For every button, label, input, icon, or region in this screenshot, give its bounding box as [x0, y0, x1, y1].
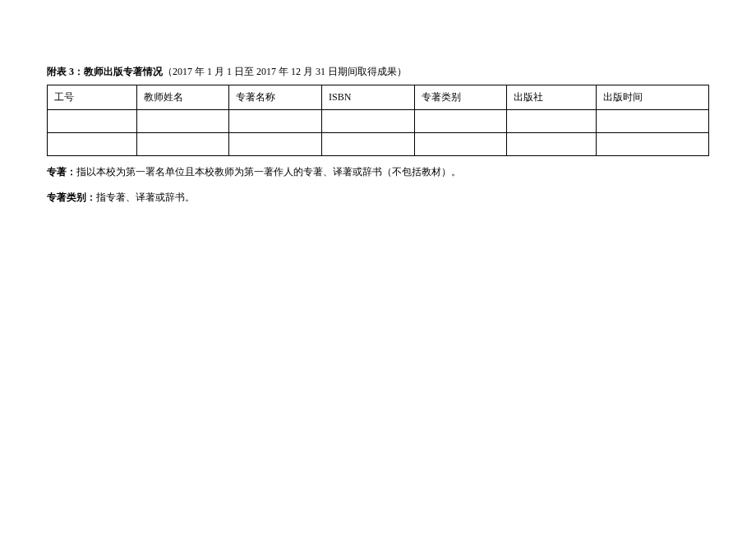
cell [597, 133, 709, 156]
cell [229, 110, 322, 133]
note-label: 专著类别： [47, 191, 96, 203]
cell [48, 110, 137, 133]
header-publisher: 出版社 [507, 85, 597, 110]
header-isbn: ISBN [322, 85, 415, 110]
cell [229, 133, 322, 156]
note-text: 指专著、译著或辞书。 [96, 191, 195, 203]
publication-table: 工号 教师姓名 专著名称 ISBN 专著类别 出版社 出版时间 [47, 85, 709, 156]
header-employee-id: 工号 [48, 85, 137, 110]
document-title-line: 附表 3：教师出版专著情况（2017 年 1 月 1 日至 2017 年 12 … [47, 64, 709, 80]
document-title-note: （2017 年 1 月 1 日至 2017 年 12 月 31 日期间取得成果） [163, 66, 407, 77]
cell [322, 110, 415, 133]
note-line-2: 专著类别：指专著、译著或辞书。 [47, 190, 709, 205]
header-publish-date: 出版时间 [597, 85, 709, 110]
cell [507, 110, 597, 133]
note-text: 指以本校为第一署名单位且本校教师为第一著作人的专著、译著或辞书（不包括教材）。 [76, 166, 461, 178]
cell [414, 110, 507, 133]
cell [507, 133, 597, 156]
header-category: 专著类别 [414, 85, 507, 110]
document-title: 附表 3：教师出版专著情况 [47, 66, 163, 77]
note-line-1: 专著：指以本校为第一署名单位且本校教师为第一著作人的专著、译著或辞书（不包括教材… [47, 164, 709, 180]
cell [48, 133, 137, 156]
cell [597, 110, 709, 133]
cell [414, 133, 507, 156]
cell [322, 133, 415, 156]
table-row [48, 133, 709, 156]
cell [136, 110, 229, 133]
cell [136, 133, 229, 156]
note-label: 专著： [47, 166, 76, 178]
table-row [48, 110, 709, 133]
header-teacher-name: 教师姓名 [136, 85, 229, 110]
table-header-row: 工号 教师姓名 专著名称 ISBN 专著类别 出版社 出版时间 [48, 85, 709, 110]
header-book-title: 专著名称 [229, 85, 322, 110]
